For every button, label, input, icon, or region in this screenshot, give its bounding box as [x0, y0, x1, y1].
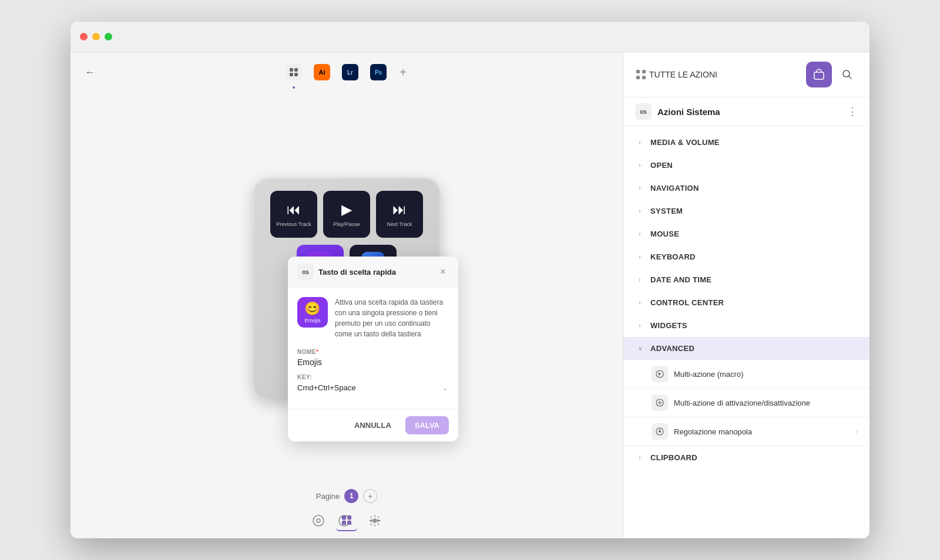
- knob-label: Regolazione manopola: [674, 427, 850, 436]
- help-icon[interactable]: ?: [334, 510, 355, 531]
- dialog-body: 😊 Emojis Attiva una scelta rapida da tas…: [288, 288, 458, 409]
- section-mouse[interactable]: › MOUSE: [623, 222, 870, 245]
- play-pause-button[interactable]: ▶ Play/Pause: [323, 191, 370, 238]
- required-marker: *: [316, 349, 318, 355]
- grid-header-icon: [635, 69, 647, 80]
- page-number[interactable]: 1: [344, 489, 358, 503]
- svg-rect-3: [294, 73, 298, 76]
- store-button[interactable]: [806, 62, 832, 87]
- key-field-label: KEY:: [297, 374, 449, 380]
- sections-list: › MEDIA & VOLUME › OPEN › NAVIGATION › S…: [623, 126, 870, 538]
- os-badge: os: [635, 103, 652, 120]
- section-clipboard[interactable]: › CLIPBOARD: [623, 446, 870, 469]
- close-traffic-light[interactable]: [80, 33, 88, 41]
- bottom-toolbar: ?: [294, 503, 400, 538]
- pagination-label: Pagine: [316, 492, 340, 501]
- ps-icon: Ps: [370, 64, 387, 80]
- minimize-traffic-light[interactable]: [92, 33, 100, 41]
- next-track-button[interactable]: ⏭ Next Track: [376, 191, 423, 238]
- tab-all[interactable]: [281, 59, 307, 85]
- add-page-button[interactable]: +: [363, 489, 377, 503]
- widgets-label: WIDGETS: [650, 321, 687, 330]
- section-widgets[interactable]: › WIDGETS: [623, 314, 870, 337]
- control-label: CONTROL CENTER: [650, 298, 724, 307]
- next-track-icon: ⏭: [392, 201, 407, 218]
- toolbar-right: ?: [334, 510, 385, 531]
- keyboard-label: KEYBOARD: [650, 252, 696, 261]
- open-label: OPEN: [650, 161, 673, 170]
- advanced-label: ADVANCED: [650, 344, 694, 353]
- navigation-label: NAVIGATION: [650, 184, 699, 193]
- dialog-description: Attiva una scelta rapida da tastiera con…: [335, 297, 449, 339]
- right-panel-header: TUTTE LE AZIONI: [623, 52, 870, 97]
- ai-icon: Ai: [314, 64, 330, 80]
- navigation-chevron-icon: ›: [635, 185, 644, 191]
- media-label: MEDIA & VOLUME: [650, 138, 720, 147]
- knob-icon: [652, 423, 668, 440]
- section-keyboard[interactable]: › KEYBOARD: [623, 245, 870, 268]
- svg-rect-17: [642, 70, 646, 73]
- section-system[interactable]: › SYSTEM: [623, 200, 870, 222]
- keyboard-chevron-icon: ›: [635, 254, 644, 260]
- play-pause-icon: ▶: [341, 201, 352, 218]
- svg-rect-0: [290, 68, 293, 72]
- open-chevron-icon: ›: [635, 162, 644, 168]
- name-field-value[interactable]: Emojis: [297, 357, 449, 367]
- svg-text:?: ?: [343, 518, 346, 525]
- app-window: ←: [70, 22, 870, 538]
- key-field: KEY: Cmd+Ctrl+Space ⌄: [297, 374, 449, 392]
- svg-rect-1: [294, 68, 298, 72]
- section-control[interactable]: › CONTROL CENTER: [623, 291, 870, 314]
- prev-track-icon: ⏮: [287, 201, 301, 218]
- tab-lr[interactable]: Lr: [337, 59, 363, 85]
- mouse-chevron-icon: ›: [635, 231, 644, 237]
- dialog-close-button[interactable]: ×: [437, 266, 449, 278]
- name-field-label: NOME*: [297, 349, 449, 355]
- clipboard-label: CLIPBOARD: [650, 453, 697, 462]
- dialog-icon-label: Emojis: [304, 318, 320, 323]
- system-chevron-icon: ›: [635, 208, 644, 214]
- control-chevron-icon: ›: [635, 299, 644, 306]
- key-field-row: Cmd+Ctrl+Space ⌄: [297, 383, 449, 392]
- tab-ai[interactable]: Ai: [309, 59, 335, 85]
- back-button[interactable]: ←: [85, 66, 95, 79]
- svg-point-15: [373, 519, 377, 522]
- shortcut-dialog: os Tasto di scelta rapida × 😊 Emojis: [288, 257, 458, 441]
- dialog-info: 😊 Emojis Attiva una scelta rapida da tas…: [297, 297, 449, 339]
- section-navigation[interactable]: › NAVIGATION: [623, 177, 870, 200]
- sub-item-macro[interactable]: Multi-azione (macro): [623, 360, 870, 389]
- prev-track-label: Previous Track: [276, 221, 311, 227]
- system-header-row: os Azioni Sistema ⋮: [623, 97, 870, 126]
- all-icon: [286, 64, 302, 80]
- sub-item-knob[interactable]: Regolazione manopola ›: [623, 417, 870, 446]
- svg-rect-19: [642, 76, 646, 79]
- key-field-value[interactable]: Cmd+Ctrl+Space: [297, 383, 356, 392]
- more-options-icon[interactable]: ⋮: [847, 105, 858, 118]
- prev-track-button[interactable]: ⏮ Previous Track: [270, 191, 317, 238]
- mouse-label: MOUSE: [650, 230, 679, 238]
- sub-item-toggle[interactable]: Multi-azione di attivazione/disattivazio…: [623, 389, 870, 417]
- dialog-os-badge: os: [297, 264, 314, 280]
- svg-point-25: [659, 430, 661, 433]
- section-media[interactable]: › MEDIA & VOLUME: [623, 131, 870, 154]
- play-pause-label: Play/Pause: [333, 221, 360, 227]
- svg-rect-16: [636, 70, 640, 73]
- titlebar: [70, 22, 870, 52]
- next-track-label: Next Track: [387, 221, 412, 227]
- datetime-chevron-icon: ›: [635, 276, 644, 283]
- section-advanced[interactable]: ∨ ADVANCED: [623, 337, 870, 360]
- dialog-icon-box: 😊 Emojis: [297, 297, 328, 328]
- section-open[interactable]: › OPEN: [623, 154, 870, 177]
- right-header-actions: [806, 62, 858, 87]
- cancel-button[interactable]: ANNULLA: [345, 416, 401, 434]
- save-button[interactable]: SALVA: [405, 416, 449, 434]
- add-tab-button[interactable]: +: [394, 63, 412, 82]
- svg-rect-18: [636, 76, 640, 79]
- section-datetime[interactable]: › DATE AND TIME: [623, 268, 870, 291]
- search-button[interactable]: [837, 64, 858, 85]
- disk-toolbar-icon[interactable]: [308, 510, 329, 531]
- dialog-overlay: os Tasto di scelta rapida × 😊 Emojis: [288, 257, 458, 441]
- settings-icon[interactable]: [364, 510, 385, 531]
- tab-ps[interactable]: Ps: [365, 59, 391, 85]
- maximize-traffic-light[interactable]: [105, 33, 112, 41]
